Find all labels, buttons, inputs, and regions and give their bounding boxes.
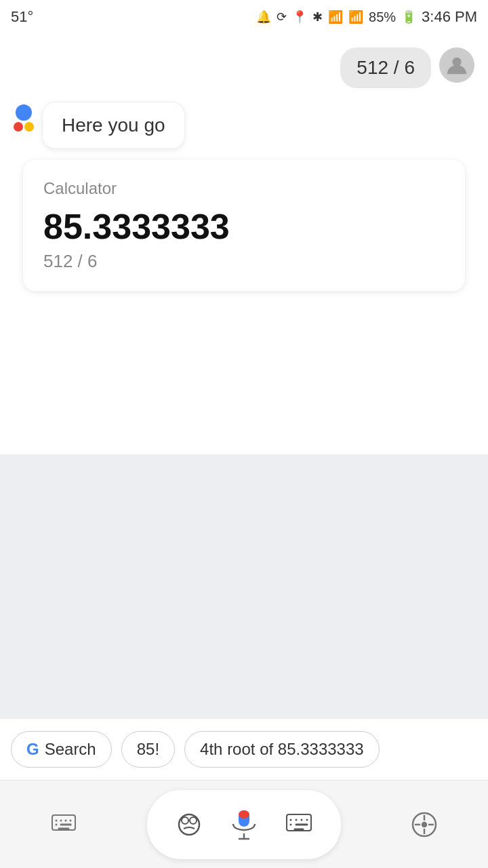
suggestion-search-label: Search bbox=[45, 740, 96, 759]
bluetooth-icon: ✱ bbox=[312, 9, 323, 24]
svg-point-10 bbox=[179, 814, 199, 835]
logo-dot-blue bbox=[16, 104, 32, 121]
battery-icon: 🔋 bbox=[401, 9, 416, 24]
status-bar: 51° 🔔 ⟳ 📍 ✱ 📶 📶 85% 🔋 3:46 PM bbox=[0, 0, 488, 34]
clock: 3:46 PM bbox=[422, 8, 477, 26]
calculator-card[interactable]: Calculator 85.3333333 512 / 6 bbox=[23, 160, 465, 291]
keyboard-center-icon[interactable] bbox=[281, 807, 317, 842]
suggestion-factorial[interactable]: 85! bbox=[121, 731, 175, 768]
battery-level: 85% bbox=[369, 9, 396, 25]
suggestion-factorial-label: 85! bbox=[137, 740, 159, 759]
google-logo-icon: G bbox=[26, 740, 39, 759]
logo-dot-red bbox=[14, 122, 23, 132]
suggestions-bar: G Search 85! 4th root of 85.3333333 bbox=[0, 718, 488, 780]
notification-icon: 🔔 bbox=[256, 9, 271, 24]
center-nav-group bbox=[147, 790, 341, 859]
signal-icon: 📶 bbox=[348, 9, 363, 24]
suggestion-search[interactable]: G Search bbox=[11, 731, 112, 768]
svg-point-26 bbox=[422, 823, 426, 827]
svg-point-12 bbox=[190, 817, 197, 824]
status-icons: 🔔 ⟳ 📍 ✱ 📶 📶 85% 🔋 3:46 PM bbox=[256, 8, 477, 26]
calculator-label: Calculator bbox=[43, 179, 445, 198]
lens-icon[interactable] bbox=[171, 807, 207, 842]
svg-point-11 bbox=[182, 817, 188, 824]
temperature: 51° bbox=[11, 8, 33, 26]
bottom-nav bbox=[0, 780, 488, 868]
user-bubble: 512 / 6 bbox=[340, 47, 431, 88]
user-avatar bbox=[439, 47, 474, 83]
mic-button[interactable] bbox=[220, 801, 268, 848]
assistant-bubble: Here you go bbox=[42, 102, 185, 149]
svg-rect-14 bbox=[239, 810, 249, 818]
compass-icon[interactable] bbox=[407, 807, 442, 842]
logo-dot-yellow bbox=[24, 122, 34, 132]
wifi-icon: 📶 bbox=[328, 9, 343, 24]
svg-point-0 bbox=[452, 58, 461, 66]
calculator-expression: 512 / 6 bbox=[43, 251, 445, 272]
keyboard-nav-icon[interactable] bbox=[46, 807, 81, 842]
location-icon: 📍 bbox=[292, 9, 307, 24]
sync-icon: ⟳ bbox=[277, 9, 287, 24]
calculator-result: 85.3333333 bbox=[43, 206, 445, 247]
suggestion-root-label: 4th root of 85.3333333 bbox=[200, 740, 364, 759]
suggestion-root[interactable]: 4th root of 85.3333333 bbox=[184, 731, 380, 768]
assistant-logo bbox=[14, 104, 34, 132]
main-content: 512 / 6 Here you go Calculator 85 bbox=[0, 34, 488, 773]
assistant-row: Here you go bbox=[14, 102, 474, 149]
chat-area: 512 / 6 Here you go Calculator 85 bbox=[0, 34, 488, 454]
svg-rect-17 bbox=[287, 814, 311, 831]
user-message-container: 512 / 6 bbox=[14, 47, 474, 88]
